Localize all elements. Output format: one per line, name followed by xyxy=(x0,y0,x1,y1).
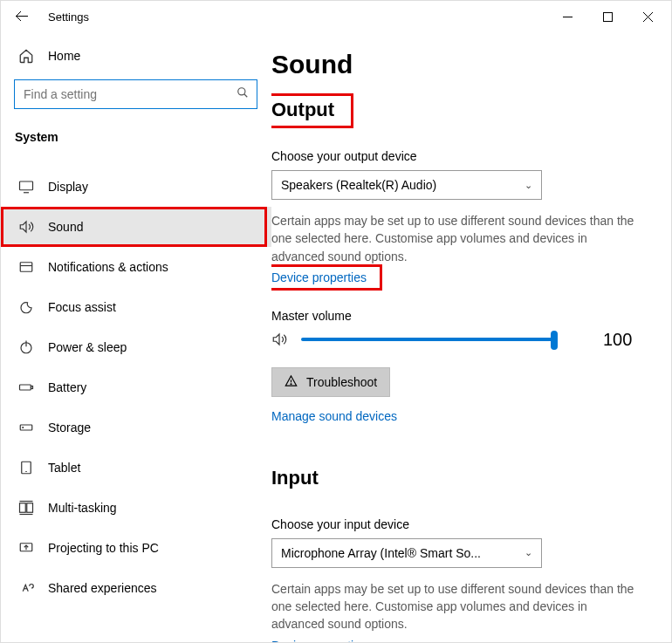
output-heading: Output xyxy=(271,99,334,121)
nav-sound[interactable]: Sound xyxy=(1,207,271,247)
nav-label: Focus assist xyxy=(48,300,116,314)
svg-rect-19 xyxy=(20,503,26,513)
input-device-label: Choose your input device xyxy=(271,517,662,531)
tablet-icon xyxy=(18,460,34,475)
output-device-label: Choose your output device xyxy=(271,149,662,163)
nav-shared[interactable]: Shared experiences xyxy=(1,568,271,608)
input-device-combo[interactable]: Microphone Array (Intel® Smart So... ⌄ xyxy=(271,538,542,568)
nav-display[interactable]: Display xyxy=(1,167,271,207)
nav-tablet[interactable]: Tablet xyxy=(1,448,271,488)
nav-storage[interactable]: Storage xyxy=(1,407,271,448)
home-link[interactable]: Home xyxy=(1,38,271,74)
output-desc: Certain apps may be set up to use differ… xyxy=(271,212,638,265)
svg-rect-6 xyxy=(20,181,33,190)
warning-icon xyxy=(285,374,298,390)
input-device-properties-link[interactable]: Device properties xyxy=(271,639,367,642)
nav-label: Display xyxy=(48,180,88,194)
window-title: Settings xyxy=(39,10,89,24)
storage-icon xyxy=(18,420,34,435)
svg-rect-20 xyxy=(27,503,33,513)
main-panel: Sound Output Choose your output device S… xyxy=(271,32,671,642)
svg-rect-14 xyxy=(31,386,33,389)
input-desc: Certain apps may be set up to use differ… xyxy=(271,580,638,633)
master-volume-value: 100 xyxy=(603,330,632,350)
nav-label: Notifications & actions xyxy=(48,260,168,274)
output-device-combo[interactable]: Speakers (Realtek(R) Audio) ⌄ xyxy=(271,170,542,200)
multitasking-icon xyxy=(18,500,34,516)
output-device-properties-link[interactable]: Device properties xyxy=(271,270,367,284)
svg-point-28 xyxy=(291,384,291,385)
svg-rect-1 xyxy=(603,12,612,21)
svg-point-16 xyxy=(23,428,24,428)
nav-power[interactable]: Power & sleep xyxy=(1,327,271,367)
manage-sound-devices-link[interactable]: Manage sound devices xyxy=(271,409,397,423)
output-device-value: Speakers (Realtek(R) Audio) xyxy=(281,178,436,192)
svg-rect-13 xyxy=(20,385,31,390)
nav-label: Projecting to this PC xyxy=(48,541,159,555)
nav-projecting[interactable]: Projecting to this PC xyxy=(1,528,271,568)
chevron-down-icon: ⌄ xyxy=(525,180,532,191)
notifications-icon xyxy=(18,259,34,275)
power-icon xyxy=(18,339,34,355)
shared-icon xyxy=(18,580,34,596)
category-label: System xyxy=(1,121,271,149)
back-button[interactable]: 🡠 xyxy=(4,9,39,24)
nav-label: Sound xyxy=(48,220,83,234)
master-volume-slider[interactable] xyxy=(301,338,554,341)
troubleshoot-label: Troubleshoot xyxy=(306,375,377,389)
home-icon xyxy=(18,48,34,64)
nav-multitasking[interactable]: Multi-tasking xyxy=(1,488,271,528)
minimize-button[interactable] xyxy=(547,3,587,31)
svg-rect-9 xyxy=(20,263,32,272)
nav-label: Storage xyxy=(48,421,91,434)
master-volume-label: Master volume xyxy=(271,309,662,323)
nav-label: Battery xyxy=(48,380,86,394)
battery-icon xyxy=(18,380,34,395)
volume-icon xyxy=(271,332,287,347)
focus-icon xyxy=(18,299,34,315)
slider-thumb[interactable] xyxy=(551,331,558,350)
nav-label: Tablet xyxy=(48,461,80,475)
nav-label: Multi-tasking xyxy=(48,501,117,515)
svg-marker-26 xyxy=(273,334,279,345)
sidebar: Home System Display Sound xyxy=(1,32,271,642)
titlebar: 🡠 Settings xyxy=(1,1,671,32)
home-label: Home xyxy=(48,49,80,63)
maximize-button[interactable] xyxy=(587,3,627,31)
chevron-down-icon: ⌄ xyxy=(525,547,532,558)
nav-focus-assist[interactable]: Focus assist xyxy=(1,287,271,327)
page-title: Sound xyxy=(271,50,662,79)
display-icon xyxy=(18,179,34,195)
nav-battery[interactable]: Battery xyxy=(1,367,271,407)
projecting-icon xyxy=(18,540,34,556)
sound-icon xyxy=(18,219,34,235)
close-button[interactable] xyxy=(627,3,668,31)
input-device-value: Microphone Array (Intel® Smart So... xyxy=(281,546,481,560)
search-input[interactable] xyxy=(14,79,257,109)
nav-notifications[interactable]: Notifications & actions xyxy=(1,247,271,287)
svg-marker-8 xyxy=(20,222,26,232)
troubleshoot-button[interactable]: Troubleshoot xyxy=(271,367,390,397)
input-heading: Input xyxy=(271,467,319,489)
nav-label: Power & sleep xyxy=(48,340,127,354)
nav-label: Shared experiences xyxy=(48,581,157,595)
